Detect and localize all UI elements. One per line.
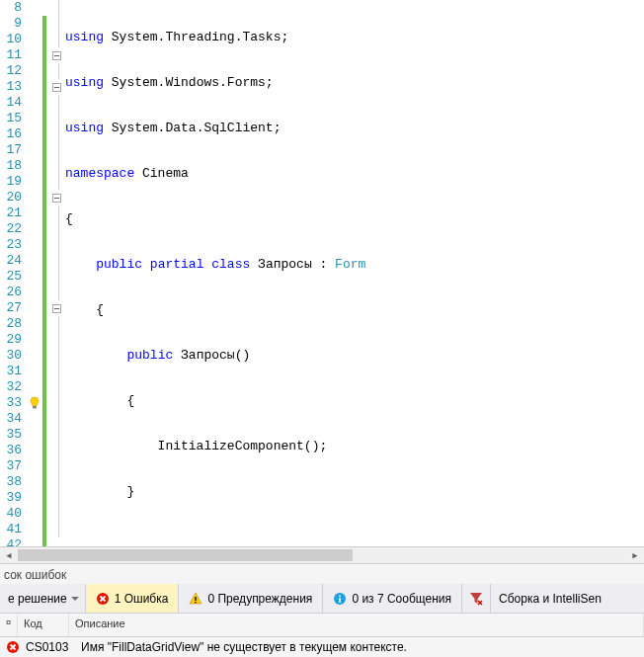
- glyph-margin: [28, 0, 41, 546]
- fold-toggle-icon[interactable]: [52, 304, 61, 313]
- error-list-panel: сок ошибок е решение 1 Ошибка 0 Предупре…: [0, 563, 644, 657]
- warnings-filter-button[interactable]: 0 Предупреждения: [179, 584, 323, 613]
- scrollbar-thumb[interactable]: [18, 549, 353, 561]
- errors-filter-button[interactable]: 1 Ошибка: [86, 584, 180, 613]
- error-list-tab[interactable]: сок ошибок: [0, 564, 644, 584]
- horizontal-scrollbar[interactable]: ◂ ▸: [0, 546, 644, 563]
- scroll-right-icon[interactable]: ▸: [626, 547, 644, 563]
- svg-rect-5: [340, 598, 342, 603]
- code-content[interactable]: using System.Threading.Tasks; using Syst…: [63, 0, 644, 546]
- scroll-left-icon[interactable]: ◂: [0, 547, 18, 563]
- warning-icon: [189, 592, 202, 606]
- error-list-rows[interactable]: CS0103 Имя "FillDataGridView" не существ…: [0, 637, 644, 657]
- fold-toggle-icon[interactable]: [52, 51, 61, 60]
- lightbulb-icon[interactable]: [28, 395, 41, 411]
- outlining-margin[interactable]: [49, 0, 63, 546]
- info-icon: [333, 592, 347, 606]
- messages-filter-button[interactable]: 0 из 7 Сообщения: [323, 584, 462, 613]
- svg-rect-2: [196, 597, 197, 601]
- error-icon: [96, 592, 110, 606]
- change-tracking-margin: [41, 0, 49, 546]
- build-intellisense-dropdown[interactable]: Сборка и IntelliSen: [491, 592, 609, 606]
- scope-dropdown[interactable]: е решение: [0, 584, 86, 613]
- error-icon: [6, 640, 20, 654]
- svg-rect-6: [340, 595, 342, 597]
- code-editor[interactable]: 8910111213141516171819202122232425262728…: [0, 0, 644, 546]
- fold-toggle-icon[interactable]: [52, 83, 61, 92]
- line-number-gutter: 8910111213141516171819202122232425262728…: [0, 0, 28, 546]
- fold-toggle-icon[interactable]: [52, 194, 61, 203]
- error-list-toolbar: е решение 1 Ошибка 0 Предупреждения 0 из…: [0, 584, 644, 614]
- error-row[interactable]: CS0103 Имя "FillDataGridView" не существ…: [0, 637, 644, 657]
- svg-rect-3: [196, 602, 197, 603]
- svg-rect-0: [33, 406, 37, 409]
- clear-filter-button[interactable]: [462, 584, 491, 613]
- error-list-header[interactable]: ¤ Код Описание: [0, 614, 644, 637]
